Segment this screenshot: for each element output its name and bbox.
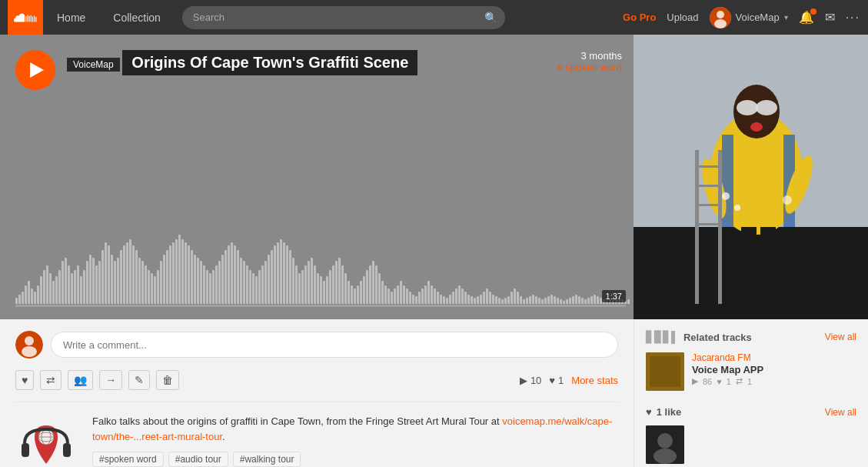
waveform-bar bbox=[529, 296, 531, 304]
waveform-bar bbox=[452, 292, 454, 304]
waveform-bar bbox=[65, 258, 67, 304]
waveform-bar bbox=[123, 245, 125, 304]
waveform-bar bbox=[348, 281, 350, 304]
track-body: Falko talks about the origins of graffit… bbox=[15, 414, 618, 467]
chevron-down-icon: ▾ bbox=[784, 13, 788, 22]
track-age: 3 months bbox=[557, 50, 622, 62]
nav-home-link[interactable]: Home bbox=[43, 0, 99, 35]
waveform-bar bbox=[86, 261, 88, 304]
share-button[interactable]: → bbox=[99, 370, 122, 390]
search-bar: 🔍 bbox=[182, 6, 505, 29]
waveform-bar bbox=[308, 261, 310, 304]
user-menu[interactable]: VoiceMap ▾ bbox=[710, 7, 788, 28]
svg-point-2 bbox=[714, 19, 727, 28]
edit-button[interactable]: ✎ bbox=[128, 370, 150, 390]
waveform-bar bbox=[584, 299, 587, 304]
play-button[interactable] bbox=[15, 50, 55, 90]
svg-rect-34 bbox=[63, 443, 71, 457]
waveform-bar bbox=[234, 245, 236, 304]
related-artist-name: Jacaranda FM bbox=[692, 352, 856, 363]
waveform-bar bbox=[566, 299, 568, 304]
svg-rect-20 bbox=[695, 165, 722, 168]
tag[interactable]: #audio tour bbox=[168, 452, 228, 467]
waveform-bar bbox=[135, 250, 138, 304]
soundcloud-logo[interactable] bbox=[8, 0, 43, 35]
tag[interactable]: #spoken word bbox=[92, 452, 164, 467]
waveform-bar bbox=[378, 273, 381, 304]
waveform-bar bbox=[495, 296, 497, 304]
waveform-bar bbox=[249, 270, 251, 304]
waveform-bar bbox=[563, 301, 565, 304]
waveform-bar bbox=[58, 270, 61, 304]
svg-point-1 bbox=[717, 11, 724, 18]
like-stat: ♥ 1 bbox=[549, 375, 564, 386]
tag[interactable]: #walking tour bbox=[233, 452, 301, 467]
nav-collection-link[interactable]: Collection bbox=[99, 0, 174, 35]
waveform-bar bbox=[105, 242, 107, 304]
waveform-bar bbox=[243, 261, 245, 304]
waveform-bar bbox=[157, 270, 159, 304]
waveform-bar bbox=[98, 261, 101, 304]
waveform-bar bbox=[461, 289, 464, 304]
waveform-bar bbox=[304, 265, 307, 304]
waveform-bar bbox=[89, 255, 91, 304]
track-info: VoiceMap Origins Of Cape Town's Graffiti… bbox=[67, 50, 618, 75]
commenter-avatar bbox=[15, 331, 43, 359]
track-tag[interactable]: # spoken word bbox=[557, 62, 622, 73]
like-button[interactable]: ♥ bbox=[15, 370, 34, 390]
svg-point-10 bbox=[737, 100, 758, 115]
waveform-bar bbox=[246, 265, 248, 304]
notifications-icon[interactable]: 🔔 bbox=[799, 10, 814, 25]
more-stats-link[interactable]: More stats bbox=[571, 375, 618, 386]
tags-list: #spoken word#audio tour#walking tour bbox=[92, 452, 618, 467]
repost-button[interactable]: ⇄ bbox=[40, 370, 62, 390]
content-main: ♥ ⇄ 👥 → ✎ 🗑 ▶ 10 ♥ 1 More stats bbox=[0, 319, 634, 467]
waveform-bar bbox=[200, 261, 202, 304]
likes-header: ♥ 1 like View all bbox=[646, 406, 856, 418]
player-top: VoiceMap Origins Of Cape Town's Graffiti… bbox=[15, 50, 618, 90]
more-options-icon[interactable]: ··· bbox=[846, 11, 860, 25]
waveform-bar bbox=[197, 258, 199, 304]
waveform-icon: ▋▊▋▌ bbox=[646, 331, 679, 343]
waveform-bar bbox=[409, 292, 411, 304]
svg-rect-25 bbox=[760, 227, 776, 289]
waveform-bar bbox=[434, 289, 436, 304]
waveform-bar bbox=[34, 292, 36, 304]
actions-row: ♥ ⇄ 👥 → ✎ 🗑 ▶ 10 ♥ 1 More stats bbox=[15, 370, 618, 402]
waveform-bar bbox=[203, 265, 205, 304]
likes-view-all[interactable]: View all bbox=[825, 407, 856, 418]
desc-start: Falko talks about the origins of graffit… bbox=[92, 415, 502, 427]
waveform-bar bbox=[252, 273, 254, 304]
comment-input[interactable] bbox=[51, 332, 618, 358]
related-reposts: 1 bbox=[747, 377, 752, 386]
play-icon bbox=[30, 62, 44, 78]
waveform-bar bbox=[68, 265, 70, 304]
waveform-bar bbox=[477, 296, 479, 304]
svg-point-17 bbox=[783, 195, 792, 205]
waveform-bar bbox=[471, 296, 473, 304]
upload-link[interactable]: Upload bbox=[667, 12, 698, 23]
waveform-bar bbox=[498, 298, 501, 304]
gopro-link[interactable]: Go Pro bbox=[623, 12, 656, 23]
waveform-bar bbox=[517, 292, 519, 304]
messages-icon[interactable]: ✉ bbox=[825, 10, 835, 25]
track-stats: ▶ 10 ♥ 1 More stats bbox=[520, 375, 618, 386]
waveform-bar bbox=[264, 261, 267, 304]
waveform-bar bbox=[464, 292, 467, 304]
play-count: 10 bbox=[530, 375, 541, 386]
delete-button[interactable]: 🗑 bbox=[156, 370, 179, 390]
liker-artwork bbox=[646, 425, 684, 464]
related-thumb-artwork bbox=[646, 352, 684, 391]
waveform-bar bbox=[206, 270, 208, 304]
voicemap-logo-svg bbox=[15, 414, 77, 467]
waveform-bar bbox=[314, 265, 316, 304]
waveform-bar bbox=[320, 276, 322, 304]
search-input[interactable] bbox=[182, 6, 505, 29]
waveform-bar bbox=[77, 265, 79, 304]
related-view-all[interactable]: View all bbox=[825, 332, 856, 342]
add-to-playlist-button[interactable]: 👥 bbox=[68, 370, 93, 390]
waveform-bar bbox=[218, 261, 221, 304]
waveform-bar bbox=[209, 273, 211, 304]
waveform-bar bbox=[132, 245, 135, 304]
waveform-bar bbox=[31, 289, 33, 304]
